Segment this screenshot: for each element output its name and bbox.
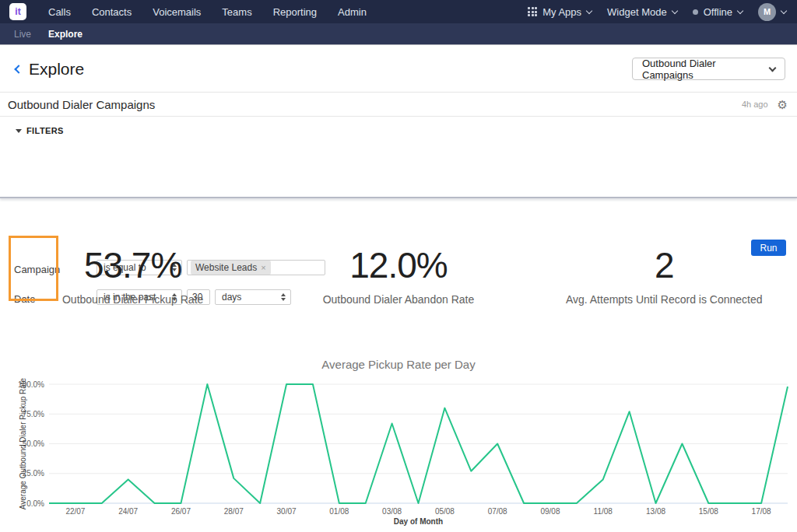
kpi-avg-attempts: 2 Avg. Attempts Until Record is Connecte… (532, 244, 797, 306)
kpi-value: 12.0% (265, 244, 531, 286)
apps-grid-icon (528, 7, 537, 16)
chevron-down-icon (586, 7, 592, 13)
widget-mode-label: Widget Mode (607, 6, 667, 18)
svg-text:03/08: 03/08 (382, 507, 402, 516)
svg-text:Day of Month: Day of Month (394, 517, 443, 526)
svg-text:09/08: 09/08 (540, 507, 560, 516)
report-section-right: 4h ago ⚙ (742, 99, 788, 110)
main-menu: Calls Contacts Voicemails Teams Reportin… (48, 6, 367, 18)
kpi-row: 53.7% Outbound Dialer Pickup Rate 12.0% … (0, 244, 797, 306)
svg-text:30/07: 30/07 (277, 507, 297, 516)
chart-canvas: 0.0%25.0%50.0%75.0%100.0%22/0724/0726/07… (0, 354, 797, 532)
widget-mode-menu[interactable]: Widget Mode (607, 6, 677, 18)
back-title-group: Explore (16, 60, 84, 79)
status-dot-icon (693, 9, 698, 15)
app-logo-text: it (15, 6, 20, 17)
chevron-down-icon (781, 7, 787, 13)
collapse-triangle-icon (16, 129, 22, 133)
nav-item-voicemails[interactable]: Voicemails (153, 6, 201, 18)
filters-heading: FILTERS (26, 126, 64, 135)
svg-text:26/07: 26/07 (171, 507, 191, 516)
svg-text:15/08: 15/08 (699, 507, 718, 516)
chevron-down-icon (671, 7, 677, 13)
section-divider (0, 197, 797, 198)
svg-text:05/08: 05/08 (435, 507, 455, 516)
kpi-label: Avg. Attempts Until Record is Connected (532, 293, 797, 306)
filters-panel: FILTERS Campaign is equal to Website Lea… (0, 117, 797, 197)
nav-item-teams[interactable]: Teams (222, 6, 251, 18)
navbar-right: My Apps Widget Mode Offline M (528, 3, 786, 21)
pickup-rate-chart: Average Pickup Rate per Day 0.0%25.0%50.… (0, 354, 797, 532)
my-apps-label: My Apps (542, 6, 581, 18)
svg-text:11/08: 11/08 (594, 507, 613, 516)
kpi-label: Outbound Dialer Pickup Rate (0, 293, 265, 306)
status-label: Offline (704, 6, 732, 18)
svg-text:13/08: 13/08 (646, 507, 665, 516)
svg-text:07/08: 07/08 (488, 507, 507, 516)
filters-toggle[interactable]: FILTERS (16, 126, 64, 135)
kpi-value: 53.7% (0, 244, 265, 286)
svg-text:24/07: 24/07 (118, 507, 138, 516)
kpi-label: Outbound Dialer Abandon Rate (265, 293, 531, 306)
app-logo[interactable]: it (9, 3, 26, 20)
report-title: Outbound Dialer Campaigns (8, 98, 155, 111)
user-menu[interactable]: M (758, 3, 786, 21)
nav-item-reporting[interactable]: Reporting (273, 6, 317, 18)
kpi-abandon-rate: 12.0% Outbound Dialer Abandon Rate (265, 244, 531, 306)
tab-live[interactable]: Live (14, 29, 31, 40)
page-header: Explore Outbound Dialer Campaigns (0, 46, 797, 92)
kpi-pickup-rate: 53.7% Outbound Dialer Pickup Rate (0, 244, 265, 306)
kpi-value: 2 (532, 244, 797, 286)
report-section-bar: Outbound Dialer Campaigns 4h ago ⚙ (0, 92, 797, 117)
presence-status-menu[interactable]: Offline (693, 6, 743, 18)
tab-explore[interactable]: Explore (48, 29, 83, 40)
last-updated-text: 4h ago (742, 100, 768, 109)
page: it Calls Contacts Voicemails Teams Repor… (0, 0, 797, 532)
svg-text:28/07: 28/07 (224, 507, 244, 516)
svg-text:0.0%: 0.0% (26, 499, 44, 508)
nav-item-contacts[interactable]: Contacts (92, 6, 132, 18)
nav-item-calls[interactable]: Calls (48, 6, 71, 18)
svg-text:01/08: 01/08 (329, 507, 349, 516)
my-apps-menu[interactable]: My Apps (528, 6, 592, 18)
top-navbar: it Calls Contacts Voicemails Teams Repor… (0, 0, 797, 23)
sub-navbar: Live Explore (0, 23, 797, 45)
nav-item-admin[interactable]: Admin (338, 6, 367, 18)
report-selector[interactable]: Outbound Dialer Campaigns (632, 58, 785, 80)
svg-text:22/07: 22/07 (65, 507, 85, 516)
avatar: M (758, 3, 776, 21)
report-selector-value: Outbound Dialer Campaigns (642, 58, 770, 81)
page-title: Explore (29, 60, 84, 79)
svg-text:17/08: 17/08 (752, 507, 771, 516)
chevron-down-icon (737, 7, 743, 13)
svg-text:Average Outbound Dialer Pickup: Average Outbound Dialer Pickup Rate (19, 377, 27, 509)
gear-icon[interactable]: ⚙ (778, 99, 788, 110)
chevron-down-icon (769, 64, 777, 72)
back-chevron-icon[interactable] (14, 65, 23, 73)
